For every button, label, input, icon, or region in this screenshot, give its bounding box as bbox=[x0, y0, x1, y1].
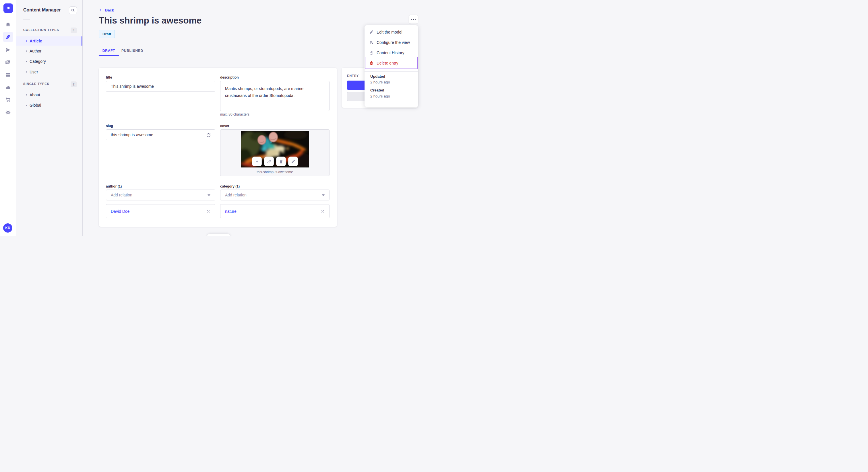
content-manager-icon bbox=[5, 34, 11, 40]
cover-field-box: this-shrimp-is-awesome bbox=[220, 129, 330, 176]
bullet-icon bbox=[26, 61, 27, 62]
remove-relation-button[interactable] bbox=[205, 208, 212, 214]
nav-rail: KD bbox=[0, 0, 17, 236]
description-textarea[interactable]: Mantis shrimps, or stomatopods, are mari… bbox=[220, 81, 330, 111]
tab-published[interactable]: PUBLISHED bbox=[119, 46, 146, 56]
media-library-nav-button[interactable] bbox=[3, 57, 13, 67]
title-input[interactable]: This shrimp is awesome bbox=[106, 81, 215, 92]
created-label: Created bbox=[370, 88, 384, 92]
edit-asset-button[interactable] bbox=[288, 157, 298, 166]
gear-icon bbox=[5, 109, 11, 115]
dot-icon bbox=[413, 19, 414, 20]
pencil-icon bbox=[369, 30, 374, 34]
sidebar-item-user[interactable]: User bbox=[17, 67, 82, 76]
cart-icon bbox=[5, 97, 11, 103]
slug-value: this-shrimp-is-awesome bbox=[111, 133, 153, 137]
layout-icon bbox=[5, 72, 11, 78]
configure-list-icon bbox=[369, 40, 374, 45]
relation-link[interactable]: David Doe bbox=[111, 209, 129, 214]
trash-icon bbox=[369, 61, 374, 65]
add-asset-button[interactable] bbox=[252, 157, 262, 166]
menu-item-label: Content History bbox=[377, 50, 404, 55]
author-relation-combobox[interactable]: Add relation bbox=[106, 190, 215, 200]
sidebar-item-article[interactable]: Article bbox=[17, 36, 82, 45]
tab-label: PUBLISHED bbox=[121, 49, 143, 53]
menu-item-configure-view[interactable]: Configure the view bbox=[365, 37, 418, 47]
more-actions-menu: Edit the model Configure the view Conten… bbox=[365, 25, 418, 107]
menu-item-delete-entry[interactable]: Delete entry bbox=[365, 57, 417, 69]
sidebar-divider bbox=[23, 20, 30, 20]
tab-draft[interactable]: DRAFT bbox=[99, 46, 119, 56]
media-library-icon bbox=[5, 59, 11, 65]
link-icon bbox=[267, 160, 271, 164]
category-relation-combobox[interactable]: Add relation bbox=[220, 190, 330, 200]
cloud-icon bbox=[5, 85, 11, 90]
menu-item-content-history[interactable]: Content History bbox=[365, 47, 418, 58]
menu-item-edit-model[interactable]: Edit the model bbox=[365, 27, 418, 37]
bottom-floating-bar[interactable] bbox=[207, 234, 230, 236]
sidebar-item-label: Category bbox=[30, 59, 46, 64]
author-relation-item: David Doe bbox=[106, 204, 215, 218]
content-manager-sidebar: Content Manager COLLECTION TYPES 4 Artic… bbox=[17, 0, 83, 236]
bullet-icon bbox=[26, 50, 27, 52]
bullet-icon bbox=[26, 105, 27, 106]
cover-actions-toolbar bbox=[252, 157, 298, 166]
back-link[interactable]: Back bbox=[99, 8, 114, 12]
menu-item-label: Edit the model bbox=[377, 30, 402, 34]
user-avatar[interactable]: KD bbox=[3, 224, 12, 233]
title-field-label: title bbox=[106, 75, 215, 79]
bullet-icon bbox=[26, 71, 27, 72]
search-button[interactable] bbox=[69, 6, 77, 14]
slug-field-label: slug bbox=[106, 124, 215, 128]
regenerate-slug-button[interactable] bbox=[205, 132, 212, 138]
combobox-placeholder: Add relation bbox=[225, 193, 247, 197]
sidebar-item-author[interactable]: Author bbox=[17, 46, 82, 56]
strapi-logo-icon bbox=[5, 5, 11, 11]
remove-relation-button[interactable] bbox=[319, 208, 326, 214]
sidebar-item-category[interactable]: Category bbox=[17, 57, 82, 66]
bullet-icon bbox=[26, 94, 27, 96]
slug-input[interactable]: this-shrimp-is-awesome bbox=[106, 129, 215, 140]
description-field-label: description bbox=[220, 75, 330, 79]
category-field-label: category (1) bbox=[220, 184, 330, 189]
updated-value: 2 hours ago bbox=[370, 80, 390, 84]
sidebar-item-label: Article bbox=[30, 39, 42, 43]
dot-icon bbox=[411, 19, 412, 20]
home-nav-button[interactable] bbox=[3, 19, 13, 30]
status-badge: Draft bbox=[99, 30, 115, 38]
collection-types-count-badge: 4 bbox=[71, 28, 76, 33]
sidebar-item-label: About bbox=[30, 93, 40, 97]
strapi-logo[interactable] bbox=[3, 3, 13, 13]
combobox-placeholder: Add relation bbox=[111, 193, 132, 197]
cloud-nav-button[interactable] bbox=[3, 82, 13, 93]
layout-nav-button[interactable] bbox=[3, 70, 13, 80]
chevron-down-icon bbox=[322, 194, 324, 196]
sidebar-item-label: User bbox=[30, 70, 38, 74]
sidebar-item-label: Author bbox=[30, 49, 41, 53]
plus-icon bbox=[255, 160, 259, 164]
relation-link[interactable]: nature bbox=[225, 209, 237, 214]
rail-divider bbox=[0, 16, 16, 16]
active-tab-indicator bbox=[99, 55, 119, 56]
menu-item-label: Configure the view bbox=[377, 40, 410, 45]
single-types-heading: SINGLE TYPES bbox=[23, 82, 50, 86]
delete-asset-button[interactable] bbox=[276, 157, 286, 166]
menu-divider bbox=[365, 71, 418, 72]
releases-nav-button[interactable] bbox=[3, 45, 13, 55]
dot-icon bbox=[415, 19, 415, 20]
description-helper-text: max. 80 characters bbox=[220, 112, 330, 116]
content-manager-nav-button[interactable] bbox=[3, 32, 13, 42]
bullet-icon bbox=[26, 40, 27, 42]
sidebar-item-about[interactable]: About bbox=[17, 90, 82, 100]
sidebar-title: Content Manager bbox=[23, 7, 61, 12]
arrow-left-icon bbox=[99, 8, 103, 12]
category-relation-item: nature bbox=[220, 204, 330, 218]
sidebar-item-global[interactable]: Global bbox=[17, 101, 82, 110]
close-icon bbox=[321, 209, 324, 213]
copy-link-button[interactable] bbox=[264, 157, 274, 166]
settings-nav-button[interactable] bbox=[3, 107, 13, 117]
marketplace-nav-button[interactable] bbox=[3, 95, 13, 105]
more-actions-button[interactable] bbox=[409, 14, 418, 24]
release-icon bbox=[5, 47, 11, 53]
cover-field-label: cover bbox=[220, 124, 330, 128]
